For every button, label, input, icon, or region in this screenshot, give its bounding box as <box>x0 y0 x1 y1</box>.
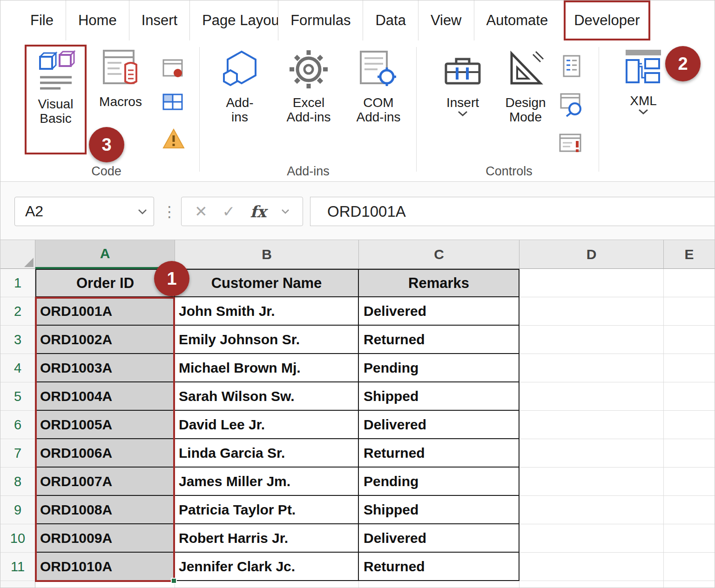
ribbon-tab[interactable]: Insert <box>129 0 190 40</box>
cell-customer-name[interactable]: Jennifer Clark Jc. <box>175 553 359 581</box>
row-number[interactable]: 5 <box>0 382 35 411</box>
cell-customer-name[interactable]: David Lee Jr. <box>175 411 359 439</box>
cell-remarks[interactable]: Shipped <box>359 382 519 411</box>
cell-empty[interactable] <box>519 411 664 439</box>
row-number[interactable]: 6 <box>0 411 35 439</box>
cell-customer-name[interactable]: Linda Garcia Sr. <box>175 439 359 468</box>
cell-empty[interactable] <box>664 411 715 439</box>
record-macro-button[interactable] <box>161 57 185 83</box>
macros-button[interactable]: Macros <box>93 47 148 109</box>
row-number[interactable]: 9 <box>0 496 35 524</box>
visual-basic-button[interactable]: Visual Basic <box>25 45 87 154</box>
cell-empty[interactable] <box>664 297 715 326</box>
select-all-corner[interactable] <box>0 240 35 269</box>
column-header[interactable]: B <box>175 240 359 269</box>
cell-remarks[interactable]: Pending <box>359 468 519 496</box>
cell-remarks[interactable]: Returned <box>359 326 519 354</box>
row-number[interactable]: 8 <box>0 468 35 496</box>
cell-customer-name[interactable]: Sarah Wilson Sw. <box>175 382 359 411</box>
column-header[interactable]: A <box>35 240 175 269</box>
cell-customer-name[interactable]: Robert Harris Jr. <box>175 524 359 553</box>
group-separator <box>199 47 200 172</box>
com-addins-button[interactable]: COM Add-ins <box>349 48 408 125</box>
cell-remarks[interactable]: Delivered <box>359 411 519 439</box>
cell-remarks[interactable]: Pending <box>359 354 519 382</box>
enter-icon[interactable]: ✓ <box>223 202 236 220</box>
ribbon-tab[interactable]: Page Layout <box>189 0 278 40</box>
cell-customer-name[interactable]: James Miller Jm. <box>175 468 359 496</box>
row-number[interactable]: 1 <box>0 269 35 297</box>
properties-button[interactable] <box>559 54 583 80</box>
column-header[interactable]: D <box>519 240 664 269</box>
cell-empty[interactable] <box>519 269 664 297</box>
cell-empty[interactable] <box>664 439 715 468</box>
cell-empty[interactable] <box>519 496 664 524</box>
cell-empty[interactable] <box>664 382 715 411</box>
design-mode-button[interactable]: Design Mode <box>495 48 556 125</box>
name-box[interactable]: A2 <box>14 197 154 226</box>
relative-references-button[interactable] <box>161 90 185 116</box>
cell-remarks[interactable]: Returned <box>359 439 519 468</box>
cell-empty[interactable] <box>664 326 715 354</box>
insert-function-icon[interactable]: fx <box>250 202 266 221</box>
formula-input[interactable]: ORD1001A <box>310 197 715 226</box>
cell-customer-name[interactable]: John Smith Jr. <box>175 297 359 326</box>
cell-empty[interactable] <box>519 382 664 411</box>
cell-empty[interactable] <box>519 297 664 326</box>
header-order-id[interactable]: Order ID <box>35 269 175 297</box>
fill-handle[interactable] <box>171 578 177 584</box>
row-number[interactable]: 7 <box>0 439 35 468</box>
cell-empty[interactable] <box>35 581 175 588</box>
cell-empty[interactable] <box>519 553 664 581</box>
insert-controls-button[interactable]: Insert <box>437 48 488 118</box>
cell-customer-name[interactable]: Emily Johnson Sr. <box>175 326 359 354</box>
cancel-icon[interactable]: ✕ <box>195 202 208 220</box>
cell-empty[interactable] <box>519 468 664 496</box>
cell-empty[interactable] <box>359 581 519 588</box>
addins-button[interactable]: Add-ins <box>214 48 266 125</box>
cell-empty[interactable] <box>664 524 715 553</box>
ribbon-tab[interactable]: Developer <box>564 0 650 40</box>
formula-bar-splitter[interactable]: ⋮ <box>162 203 177 220</box>
chevron-down-icon <box>281 209 290 214</box>
cell-empty[interactable] <box>664 581 715 588</box>
ribbon-tab[interactable]: Automate <box>474 0 560 40</box>
ribbon-tab[interactable]: Formulas <box>278 0 363 40</box>
column-header[interactable]: E <box>664 240 715 269</box>
cell-customer-name[interactable]: Patricia Taylor Pt. <box>175 496 359 524</box>
header-remarks[interactable]: Remarks <box>359 269 519 297</box>
row-number[interactable]: 10 <box>0 524 35 553</box>
row-number[interactable]: 3 <box>0 326 35 354</box>
ribbon-tab[interactable]: View <box>418 0 474 40</box>
cell-empty[interactable] <box>664 553 715 581</box>
excel-addins-button[interactable]: Excel Add-ins <box>279 48 338 125</box>
cell-empty[interactable] <box>664 354 715 382</box>
ribbon-tab[interactable]: Data <box>363 0 418 40</box>
cell-empty[interactable] <box>664 269 715 297</box>
cell-empty[interactable] <box>519 581 664 588</box>
cell-remarks[interactable]: Shipped <box>359 496 519 524</box>
cell-remarks[interactable]: Returned <box>359 553 519 581</box>
cell-empty[interactable] <box>519 326 664 354</box>
cell-remarks[interactable]: Delivered <box>359 297 519 326</box>
cell-empty[interactable] <box>664 496 715 524</box>
cell-remarks[interactable]: Delivered <box>359 524 519 553</box>
cell-empty[interactable] <box>664 468 715 496</box>
row-number[interactable]: 11 <box>0 553 35 581</box>
cell-empty[interactable] <box>519 439 664 468</box>
header-customer-name[interactable]: Customer Name <box>175 269 359 297</box>
cell-empty[interactable] <box>519 524 664 553</box>
ribbon-tab[interactable]: Home <box>66 0 129 40</box>
ribbon-tab[interactable]: File <box>18 0 66 40</box>
row-number[interactable]: 2 <box>0 297 35 326</box>
row-number[interactable]: 4 <box>0 354 35 382</box>
row-number[interactable] <box>0 581 35 588</box>
column-header[interactable]: C <box>359 240 519 269</box>
cell-empty[interactable] <box>519 354 664 382</box>
run-dialog-button[interactable] <box>558 131 584 159</box>
view-code-button[interactable] <box>558 91 584 119</box>
cell-customer-name[interactable]: Michael Brown Mj. <box>175 354 359 382</box>
macro-security-button[interactable] <box>162 127 186 153</box>
cell-empty[interactable] <box>175 581 359 588</box>
xml-button[interactable]: XML <box>617 46 669 116</box>
